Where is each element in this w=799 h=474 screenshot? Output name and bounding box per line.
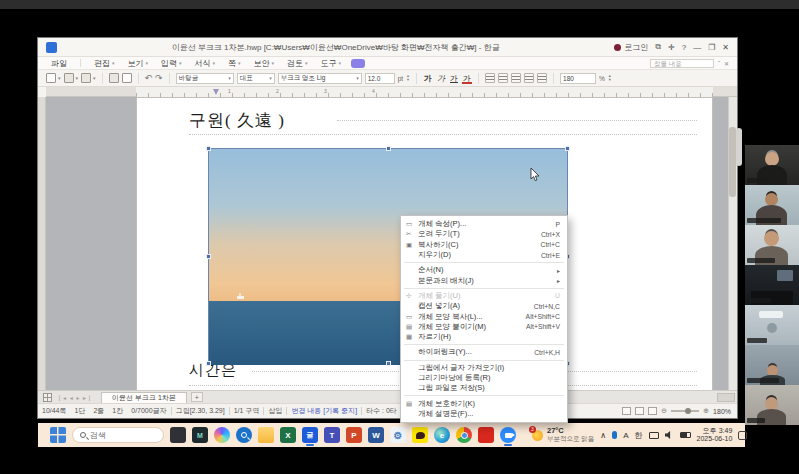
bold-button[interactable]: 가 [423, 73, 433, 84]
participants-scroll-handle[interactable] [736, 128, 742, 166]
add-icon[interactable]: ✛ [668, 43, 675, 52]
context-menu-item[interactable]: 그림에서 글자 가져오기(I) [401, 363, 567, 373]
open-button[interactable] [64, 73, 74, 83]
zoom-combo[interactable]: 180 [560, 73, 596, 84]
copilot-icon[interactable] [214, 427, 230, 443]
start-button[interactable] [50, 427, 66, 443]
change-tracking-status[interactable]: 변경 내용 [기록 중지] [291, 406, 357, 416]
zoom-stepper[interactable]: ▲▼ [608, 74, 612, 82]
display-icon[interactable] [649, 432, 659, 439]
zoom-app-icon[interactable] [500, 427, 516, 443]
minimize-button[interactable]: — [693, 43, 701, 52]
horizontal-ruler[interactable]: 1 2 3 4 [46, 87, 737, 97]
menu-file[interactable]: 파일 [51, 58, 67, 69]
context-menu-item[interactable]: ▭개체 속성(P)...P [401, 219, 567, 229]
zoom-slider[interactable] [671, 410, 699, 412]
context-menu-item[interactable]: 그리기마당에 등록(R) [401, 373, 567, 383]
mail-app-icon[interactable]: M [192, 427, 208, 443]
widgets-icon[interactable] [170, 427, 186, 443]
participant-video[interactable] [745, 145, 799, 185]
clock[interactable]: 오후 3:49 2025-06-10 [697, 427, 733, 443]
save-button[interactable] [81, 73, 91, 83]
view-mode-icon[interactable] [635, 407, 644, 415]
line-spacing-button[interactable] [537, 73, 547, 83]
kakaotalk-icon[interactable] [412, 427, 428, 443]
excel-icon[interactable]: X [280, 427, 296, 443]
align-center-button[interactable] [511, 73, 521, 83]
speaker-icon[interactable] [665, 431, 674, 439]
resize-handle[interactable] [206, 361, 211, 366]
context-menu-item[interactable]: ▣복사하기(C)Ctrl+C [401, 240, 567, 250]
menu-edit[interactable]: 편집▾ [94, 58, 115, 69]
resize-handle[interactable] [565, 146, 570, 151]
horizontal-scrollbar[interactable] [717, 393, 735, 402]
participant-video[interactable] [745, 305, 799, 345]
context-menu-item[interactable]: ▭개체 모양 복사(L)...Alt+Shift+C [401, 311, 567, 321]
view-mode-icon[interactable] [622, 407, 631, 415]
ime-english-indicator[interactable]: A [623, 431, 628, 440]
context-menu-item[interactable]: 본문과의 배치(J)▸ [401, 275, 567, 285]
vertical-ruler[interactable] [38, 97, 46, 390]
context-menu-item[interactable]: 개체 설명문(F)... [401, 409, 567, 419]
style-combo[interactable]: 바탕글▾ [176, 73, 234, 84]
word-icon[interactable]: W [368, 427, 384, 443]
preset-combo[interactable]: 대표▾ [237, 73, 275, 84]
taskbar-search[interactable]: 검색 [72, 427, 164, 443]
participant-video[interactable] [745, 185, 799, 225]
find-input[interactable]: 찾을 내용 [650, 59, 714, 68]
menu-tools[interactable]: 도구▾ [321, 58, 342, 69]
align-right-button[interactable] [524, 73, 534, 83]
participant-video[interactable] [745, 345, 799, 385]
zoom-in-icon[interactable]: ⊕ [703, 407, 709, 415]
zoom-out-icon[interactable]: ⊖ [661, 407, 667, 415]
underline-button[interactable]: 가 [449, 73, 459, 84]
participant-video[interactable] [745, 225, 799, 265]
chrome-icon[interactable] [456, 427, 472, 443]
font-combo[interactable]: 부크크 명조 Lig▾ [278, 73, 362, 84]
participant-video[interactable] [745, 265, 799, 305]
zoom-percent[interactable]: 180% [713, 408, 731, 415]
ai-assistant-icon[interactable] [351, 59, 365, 68]
file-explorer-icon[interactable] [258, 427, 274, 443]
microphone-icon[interactable] [612, 431, 617, 439]
menu-view[interactable]: 보기▾ [128, 58, 149, 69]
new-document-button[interactable] [46, 73, 56, 83]
find-close-icon[interactable]: ✕ [724, 60, 729, 67]
redo-button[interactable]: ↷ [155, 73, 163, 83]
restore-button[interactable]: ❐ [708, 43, 715, 52]
insert-mode[interactable]: 삽입 [268, 406, 282, 416]
help-icon[interactable]: ? [682, 43, 686, 52]
context-menu-item[interactable]: 캡션 넣기(A)Ctrl+N,C [401, 301, 567, 311]
tray-overflow-icon[interactable]: ∧ [600, 431, 606, 440]
context-menu-item[interactable]: 순서(N)▸ [401, 265, 567, 275]
login-button[interactable]: 로그인 [614, 42, 648, 53]
close-button[interactable]: ✕ [722, 43, 729, 52]
print-button[interactable] [109, 73, 119, 83]
ime-korean-indicator[interactable]: 한 [635, 430, 643, 441]
font-color-button[interactable]: 가 [462, 73, 472, 84]
size-stepper[interactable]: ▲▼ [406, 74, 410, 82]
powerpoint-icon[interactable]: P [346, 427, 362, 443]
align-justify-button[interactable] [485, 73, 495, 83]
teams-icon[interactable]: T [324, 427, 340, 443]
participant-video[interactable] [745, 385, 799, 425]
preview-button[interactable] [122, 73, 132, 83]
context-menu-item[interactable]: ✂오려 두기(T)Ctrl+X [401, 229, 567, 239]
weather-widget[interactable]: 3 27°C 부분적으로 맑음 [532, 427, 594, 443]
menu-security[interactable]: 보안▾ [254, 58, 275, 69]
add-tab-button[interactable]: + [191, 392, 203, 402]
context-menu-item[interactable]: ▤개체 보호하기(K) [401, 398, 567, 408]
context-menu-item[interactable]: ▦자르기(H) [401, 332, 567, 342]
layout-icon[interactable]: ⧉ [655, 42, 661, 52]
hwp-taskbar-icon[interactable]: 글 [302, 427, 318, 443]
document-tab[interactable]: 이윤선 부크크 1차본 [101, 392, 187, 403]
view-grid-icon[interactable] [43, 393, 52, 402]
tab-nav-buttons[interactable]: ❘◂ ◂ ▸ ▸❘ [57, 394, 93, 401]
context-menu-item[interactable]: 하이퍼링크(Y)...Ctrl+K,H [401, 347, 567, 357]
italic-button[interactable]: 가 [436, 73, 446, 84]
edge-icon[interactable]: e [434, 427, 450, 443]
view-mode-icon[interactable] [648, 407, 657, 415]
resize-handle[interactable] [386, 146, 391, 151]
context-menu-item[interactable]: 지우기(D)Ctrl+E [401, 250, 567, 260]
resize-handle[interactable] [386, 361, 391, 366]
